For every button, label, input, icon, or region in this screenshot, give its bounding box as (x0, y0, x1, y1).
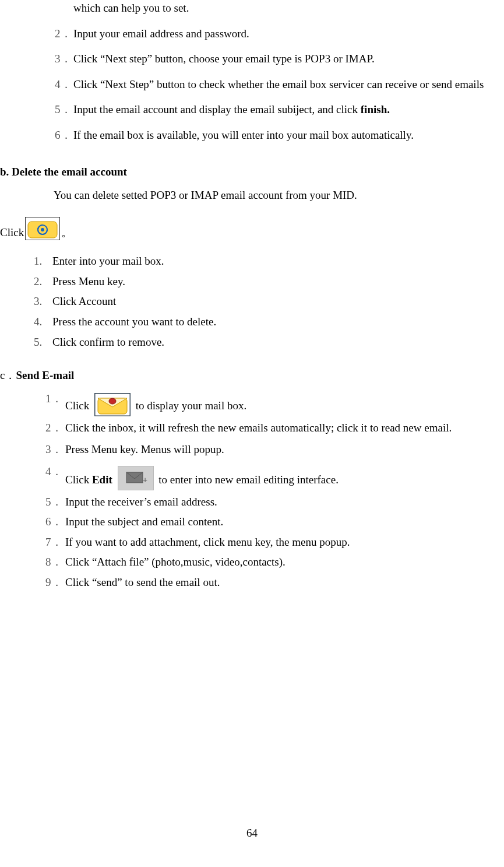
text: c． (0, 369, 16, 381)
text: You can delete setted POP3 or IMAP email… (54, 189, 357, 201)
svg-text:+: + (143, 475, 147, 485)
text: Send E-mail (16, 369, 74, 381)
text: Press Menu key. Menus will popup. (65, 443, 224, 455)
list-item: 6． If the email box is available, you wi… (0, 127, 504, 143)
text: Click Account (52, 295, 116, 307)
list-marker: 9． (45, 574, 62, 591)
text-bold: finish. (361, 103, 390, 115)
list-marker: 3． (55, 51, 72, 67)
text: Press Menu key. (52, 275, 125, 287)
heading-delete-account: b. Delete the email account (0, 164, 504, 180)
list-marker: 6． (55, 127, 72, 143)
text: Input the subject and email content. (65, 515, 223, 528)
text: Click “Attach file” (photo,music, video,… (65, 556, 286, 568)
page-number: 64 (0, 825, 504, 841)
list-item: 7． If you want to add attachment, click … (0, 534, 504, 550)
list-marker: 6． (45, 514, 62, 530)
list-item: 3． Click “Next step” button, choose your… (0, 51, 504, 67)
text: Click confirm to remove. (52, 336, 164, 348)
text: to enter into new email editing interfac… (158, 473, 339, 486)
list-item: 8． Click “Attach file” (photo,music, vid… (0, 554, 504, 570)
text: to display your mail box. (136, 399, 247, 412)
list-item: 2． Click the inbox, it will refresh the … (0, 420, 504, 436)
list-item: 6． Input the subject and email content. (0, 514, 504, 530)
list-a: 2． Input your email address and password… (0, 26, 504, 143)
text: Click “Next step” button, choose your em… (73, 52, 375, 65)
list-b: 1. Enter into your mail box. 2. Press Me… (0, 253, 504, 350)
list-item: 5. Click confirm to remove. (0, 334, 504, 350)
text: Press the account you want to delete. (52, 315, 216, 328)
list-marker: 2． (55, 26, 72, 42)
list-marker: 3. (34, 293, 42, 310)
list-marker: 5． (55, 101, 72, 118)
list-item: 5． Input the receiver’s email address. (0, 494, 504, 510)
text: Click (0, 224, 24, 241)
text: 。 (61, 224, 72, 241)
list-marker: 1. (34, 253, 42, 269)
list-item: 2． Input your email address and password… (0, 26, 504, 42)
email-at-icon (25, 217, 60, 240)
svg-point-3 (41, 228, 44, 231)
text-bold: Edit (92, 473, 112, 486)
list-marker: 2． (45, 420, 62, 436)
text: b. Delete the email account (0, 166, 127, 178)
list-marker: 3． (45, 441, 62, 458)
list-item: 4. Press the account you want to delete. (0, 314, 504, 330)
list-item: 9． Click “send” to send the email out. (0, 574, 504, 591)
text: 64 (246, 827, 258, 839)
text: Input the email account and display the … (73, 103, 361, 115)
list-item: 5． Input the email account and display t… (0, 101, 504, 118)
list-item: 3. Click Account (0, 293, 504, 310)
list-c: 1． Click to display your mail box. 2． Cl… (0, 391, 504, 591)
list-marker: 8． (45, 554, 62, 570)
text: Input your email address and password. (73, 27, 249, 40)
list-marker: 5. (34, 334, 42, 350)
text: If you want to add attachment, click men… (65, 536, 350, 548)
list-item: 4． Click “Next Step” button to check whe… (0, 76, 504, 93)
email-app-icon (94, 393, 131, 416)
list-item: 2. Press Menu key. (0, 273, 504, 290)
text: Click “send” to send the email out. (65, 576, 220, 588)
paragraph: You can delete setted POP3 or IMAP email… (0, 187, 504, 203)
list-item: 3． Press Menu key. Menus will popup. (0, 441, 504, 458)
text: Click “Next Step” button to check whethe… (73, 78, 484, 90)
text: Click the inbox, it will refresh the new… (65, 422, 452, 434)
list-marker: 4． (45, 464, 62, 480)
click-instruction: Click 。 (0, 217, 504, 240)
text: which can help you to set. (73, 2, 189, 14)
list-marker: 2. (34, 273, 42, 290)
text: If the email box is available, you will … (73, 129, 414, 141)
heading-send-email: c．Send E-mail (0, 367, 504, 384)
list-item: 4． Click Edit + to enter into new email … (0, 464, 504, 488)
list-item: 1． Click to display your mail box. (0, 391, 504, 414)
list-item: 1. Enter into your mail box. (0, 253, 504, 269)
list-marker: 4. (34, 314, 42, 330)
text: Click (65, 399, 92, 412)
compose-mail-icon: + (118, 466, 154, 490)
text: Click (65, 473, 92, 486)
list-item-continuation: which can help you to set. (0, 0, 504, 16)
svg-point-7 (109, 398, 116, 404)
text: Input the receiver’s email address. (65, 496, 217, 508)
text: Enter into your mail box. (52, 255, 164, 267)
list-marker: 7． (45, 534, 62, 550)
list-marker: 5． (45, 494, 62, 510)
list-marker: 4． (55, 76, 72, 93)
list-marker: 1． (45, 391, 62, 407)
